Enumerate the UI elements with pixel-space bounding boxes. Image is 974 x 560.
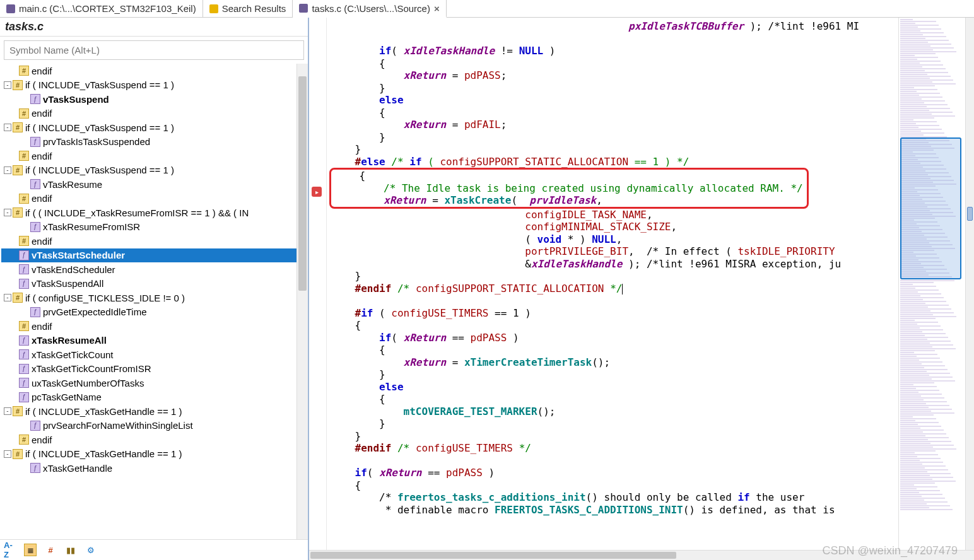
tree-label: endif <box>32 66 52 76</box>
minimap-viewport[interactable] <box>900 137 961 279</box>
tree-node[interactable]: ƒxTaskGetHandle <box>1 461 308 475</box>
expand-spacer <box>4 180 11 188</box>
function-icon: ƒ <box>30 421 40 431</box>
code-line: if( xReturn == pdPASS ) <box>331 332 898 344</box>
preprocessor-icon: # <box>19 236 29 246</box>
tree-node[interactable]: ƒprvTaskIsTaskSuspended <box>1 135 308 149</box>
tree-node[interactable]: ƒpcTaskGetName <box>1 390 308 405</box>
tree-label: vTaskSuspend <box>43 94 109 105</box>
tab-main-c[interactable]: main.c (C:\...\CORTEX_STM32F103_Keil) <box>0 0 203 17</box>
minimap[interactable] <box>898 18 974 560</box>
expand-spacer <box>4 110 11 117</box>
sort-az-button[interactable]: A-Z <box>4 544 16 556</box>
code-line <box>331 33 898 45</box>
tree-label: vTaskResume <box>43 179 102 190</box>
preprocessor-icon: # <box>13 207 23 218</box>
tree-node[interactable]: #endif <box>1 433 308 447</box>
tab-search-results[interactable]: Search Results <box>203 0 293 17</box>
tree-node[interactable]: ƒvTaskSuspend <box>1 92 308 107</box>
tree-node[interactable]: -#if ( INCLUDE_vTaskSuspend == 1 ) <box>1 163 308 178</box>
tree-label: xTaskGetTickCount <box>32 349 114 360</box>
tree-node[interactable]: ƒvTaskEndScheduler <box>1 262 308 277</box>
code-line: { <box>331 57 898 70</box>
code-line <box>331 295 898 307</box>
filter-hash-button[interactable]: # <box>44 544 57 556</box>
tree-label: if ( INCLUDE_vTaskSuspend == 1 ) <box>25 165 174 175</box>
expand-icon[interactable]: - <box>4 209 11 216</box>
code-line: configIDLE_TASK_NAME, <box>331 209 898 221</box>
expand-spacer <box>4 394 11 401</box>
preprocessor-icon: # <box>19 151 29 161</box>
tree-node[interactable]: -#if ( ( INCLUDE_xTaskResumeFromISR == 1… <box>1 206 308 220</box>
tree-node[interactable]: ƒvTaskStartScheduler <box>1 248 308 263</box>
expand-icon[interactable]: - <box>4 450 11 458</box>
expand-icon[interactable]: - <box>4 166 11 174</box>
code-line: { <box>335 170 803 182</box>
code-line: if( xIdleTaskHandle != NULL ) <box>331 45 898 57</box>
code-line: else <box>331 94 898 107</box>
tree-node[interactable]: -#if ( configUSE_TICKLESS_IDLE != 0 ) <box>1 291 308 305</box>
tree-label: xTaskGetTickCountFromISR <box>32 363 151 374</box>
tree-scrollbar[interactable] <box>296 64 308 539</box>
symbol-search-input[interactable] <box>4 40 304 60</box>
code-line: } <box>331 417 898 430</box>
expand-spacer <box>4 337 11 344</box>
scrollbar-thumb[interactable] <box>310 552 676 559</box>
tab-label: main.c (C:\...\CORTEX_STM32F103_Keil) <box>19 3 196 14</box>
tree-node[interactable]: ƒxTaskGetTickCountFromISR <box>1 362 308 376</box>
function-icon: ƒ <box>30 94 40 104</box>
expand-spacer <box>4 422 11 429</box>
tree-node[interactable]: ƒxTaskResumeAll <box>1 334 308 348</box>
tree-node[interactable]: -#if ( INCLUDE_vTaskSuspend == 1 ) <box>1 78 308 93</box>
search-results-icon <box>209 4 218 13</box>
scrollbar-thumb[interactable] <box>967 207 973 221</box>
code-line: xReturn = xTaskCreate( prvIdleTask, <box>335 194 803 207</box>
code-line: pxIdleTaskTCBBuffer ); /*lint !e961 MI <box>331 20 898 33</box>
list-view-button[interactable]: ≣ <box>24 544 37 556</box>
tree-node[interactable]: #endif <box>1 192 308 206</box>
code-line: } <box>331 82 898 95</box>
bookmark-marker-icon[interactable]: ▸ <box>312 187 322 197</box>
expand-spacer <box>4 152 11 160</box>
tree-node[interactable]: ƒprvSearchForNameWithinSingleList <box>1 419 308 433</box>
tree-label: prvGetExpectedIdleTime <box>43 306 147 317</box>
close-icon[interactable]: × <box>434 3 440 14</box>
symbol-tree[interactable]: #endif-#if ( INCLUDE_vTaskSuspend == 1 )… <box>0 64 308 539</box>
expand-icon[interactable]: - <box>4 81 11 89</box>
code-line: #endif /* configUSE_TIMERS */ <box>331 442 898 455</box>
tree-node[interactable]: #endif <box>1 107 308 121</box>
scrollbar-thumb[interactable] <box>298 76 307 291</box>
sidebar-title: tasks.c <box>0 18 308 37</box>
tree-node[interactable]: ƒxTaskResumeFromISR <box>1 220 308 235</box>
tree-node[interactable]: ƒvTaskResume <box>1 177 308 192</box>
preprocessor-icon: # <box>13 293 23 303</box>
code-line: } <box>331 430 898 443</box>
tree-node[interactable]: ƒxTaskGetTickCount <box>1 347 308 362</box>
tree-node[interactable]: #endif <box>1 319 308 334</box>
expand-icon[interactable]: - <box>4 407 11 415</box>
code-editor[interactable]: ▸ pxIdleTaskTCBBuffer ); /*lint !e961 MI… <box>309 18 974 560</box>
code-line: #endif /* configSUPPORT_STATIC_ALLOCATIO… <box>331 283 898 295</box>
tree-node[interactable]: -#if ( INCLUDE_xTaskGetHandle == 1 ) <box>1 404 308 419</box>
expand-icon[interactable]: - <box>4 294 11 301</box>
code-area[interactable]: pxIdleTaskTCBBuffer ); /*lint !e961 MI i… <box>327 18 898 560</box>
expand-icon[interactable]: - <box>4 124 11 131</box>
tab-tasks-c[interactable]: tasks.c (C:\Users\...\Source) × <box>293 0 446 18</box>
columns-button[interactable]: ▮▮ <box>64 544 77 556</box>
c-file-icon <box>6 4 15 13</box>
minimap-scrollbar[interactable] <box>965 18 974 560</box>
tree-label: endif <box>32 151 52 161</box>
tree-node[interactable]: #endif <box>1 149 308 163</box>
tree-node[interactable]: -#if ( INCLUDE_vTaskSuspend == 1 ) <box>1 120 308 135</box>
tree-node[interactable]: #endif <box>1 234 308 248</box>
tree-node[interactable]: -#if ( INCLUDE_xTaskGetHandle == 1 ) <box>1 447 308 462</box>
tree-node[interactable]: ƒvTaskSuspendAll <box>1 277 308 291</box>
function-icon: ƒ <box>30 179 40 189</box>
tree-label: xTaskResumeAll <box>32 335 107 346</box>
tree-node[interactable]: ƒprvGetExpectedIdleTime <box>1 305 308 320</box>
tree-node[interactable]: #endif <box>1 64 308 78</box>
tree-node[interactable]: ƒuxTaskGetNumberOfTasks <box>1 376 308 390</box>
code-line: else <box>331 381 898 394</box>
code-line: } <box>331 270 898 283</box>
settings-gear-icon[interactable]: ⚙ <box>85 544 97 556</box>
